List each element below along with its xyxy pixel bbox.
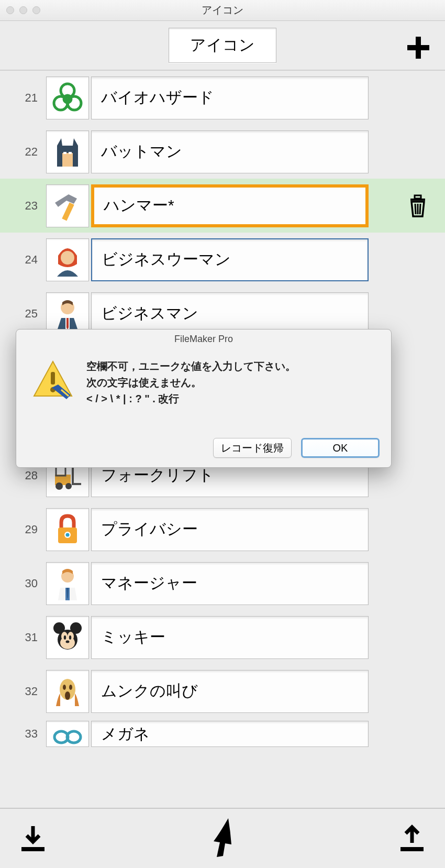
warning-icon xyxy=(30,358,76,404)
svg-rect-7 xyxy=(63,152,66,154)
list-row[interactable]: 31 ミッキー xyxy=(0,610,445,664)
row-label[interactable]: マネージャー xyxy=(91,562,369,605)
list-row[interactable]: 21 バイオハザード xyxy=(0,71,445,125)
svg-point-37 xyxy=(66,640,70,643)
row-number: 32 xyxy=(10,685,42,698)
dialog-line3: < / > \ * | : ? " . 改行 xyxy=(86,391,296,407)
svg-point-41 xyxy=(65,691,70,700)
list-row[interactable]: 24 ビジネスウーマン xyxy=(0,233,445,287)
svg-rect-46 xyxy=(51,372,55,384)
svg-rect-1 xyxy=(407,45,429,50)
dialog-line2: 次の文字は使えません。 xyxy=(86,375,296,391)
export-button[interactable] xyxy=(397,824,427,853)
svg-rect-44 xyxy=(21,847,44,851)
row-number: 22 xyxy=(10,145,42,159)
header-title-box: アイコン xyxy=(169,28,276,63)
alert-dialog: FileMaker Pro 空欄不可，ユニークな値を入力して下さい。 次の文字は… xyxy=(16,329,392,468)
list-row-selected[interactable]: 23 ハンマー* xyxy=(0,179,445,233)
ok-button[interactable]: OK xyxy=(301,438,380,458)
dialog-title: FileMaker Pro xyxy=(16,329,391,347)
dialog-line1: 空欄不可，ユニークな値を入力して下さい。 xyxy=(86,358,296,375)
row-label[interactable]: プライバシー xyxy=(91,508,369,551)
cursor-arrow-icon xyxy=(204,815,241,862)
import-button[interactable] xyxy=(18,824,48,853)
glasses-icon[interactable] xyxy=(46,721,89,747)
hammer-icon[interactable] xyxy=(46,184,89,227)
manager-icon[interactable] xyxy=(46,562,89,605)
svg-point-23 xyxy=(65,483,72,489)
close-window[interactable] xyxy=(6,6,14,14)
svg-rect-21 xyxy=(72,483,81,485)
trash-icon xyxy=(406,194,429,217)
row-label[interactable]: バットマン xyxy=(91,130,369,173)
row-label[interactable]: バイオハザード xyxy=(91,76,369,119)
row-number: 30 xyxy=(10,577,42,590)
list-row[interactable]: 30 マネージャー xyxy=(0,556,445,610)
list-row[interactable]: 22 バットマン xyxy=(0,125,445,179)
svg-point-26 xyxy=(66,533,70,536)
dialog-message: 空欄不可，ユニークな値を入力して下さい。 次の文字は使えません。 < / > \… xyxy=(76,358,296,407)
row-label[interactable]: ビジネスウーマン xyxy=(91,238,369,281)
row-number: 24 xyxy=(10,253,42,267)
row-number: 25 xyxy=(10,307,42,321)
scream-icon[interactable] xyxy=(46,670,89,713)
row-number: 21 xyxy=(10,91,42,105)
svg-line-14 xyxy=(420,204,420,214)
window-controls xyxy=(6,6,40,14)
batman-icon[interactable] xyxy=(46,130,89,173)
row-number: 31 xyxy=(10,631,42,644)
zoom-window[interactable] xyxy=(32,6,40,14)
svg-rect-6 xyxy=(62,153,73,167)
titlebar: アイコン xyxy=(0,0,445,21)
svg-point-40 xyxy=(69,685,72,690)
svg-point-15 xyxy=(61,251,74,265)
svg-rect-45 xyxy=(400,847,424,851)
svg-line-12 xyxy=(415,204,416,214)
svg-rect-9 xyxy=(62,202,74,221)
row-number: 33 xyxy=(10,727,42,741)
row-label[interactable]: ミッキー xyxy=(91,616,369,659)
row-label[interactable]: メガネ xyxy=(91,721,369,747)
list-row[interactable]: 33 メガネ xyxy=(0,718,445,750)
lock-icon[interactable] xyxy=(46,508,89,551)
header: アイコン xyxy=(0,21,445,71)
svg-point-35 xyxy=(64,635,66,640)
download-icon xyxy=(18,824,48,853)
footer-toolbar xyxy=(0,808,445,868)
revert-record-button[interactable]: レコード復帰 xyxy=(213,438,292,458)
row-number: 28 xyxy=(10,469,42,482)
list-row[interactable]: 32 ムンクの叫び xyxy=(0,664,445,718)
list-row[interactable]: 29 プライバシー xyxy=(0,502,445,556)
add-button[interactable] xyxy=(406,36,430,60)
minimize-window[interactable] xyxy=(19,6,27,14)
businesswoman-icon[interactable] xyxy=(46,238,89,281)
svg-rect-11 xyxy=(415,195,421,199)
row-label[interactable]: ハンマー* xyxy=(91,184,369,227)
upload-icon xyxy=(397,824,427,853)
row-label[interactable]: ムンクの叫び xyxy=(91,670,369,713)
window-title: アイコン xyxy=(0,3,445,17)
biohazard-icon[interactable] xyxy=(46,76,89,119)
mickey-icon[interactable] xyxy=(46,616,89,659)
delete-button[interactable] xyxy=(406,194,429,217)
row-number: 29 xyxy=(10,523,42,536)
plus-icon xyxy=(406,36,430,60)
row-number: 23 xyxy=(10,199,42,213)
svg-point-36 xyxy=(69,635,71,640)
svg-point-22 xyxy=(55,482,63,490)
svg-rect-8 xyxy=(69,152,72,154)
svg-point-39 xyxy=(63,685,66,690)
